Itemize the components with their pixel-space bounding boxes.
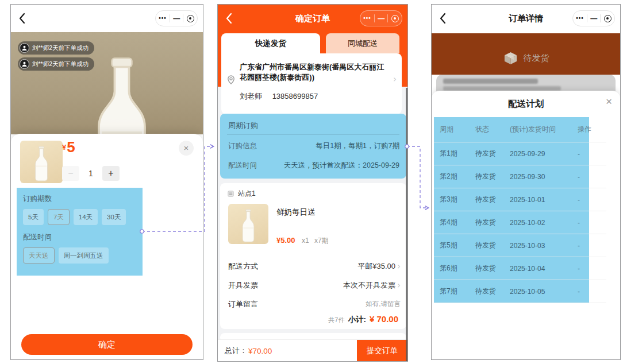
table-cell: - [578,265,606,273]
row-label: 开具发票 [228,280,258,291]
scrollbar[interactable] [406,88,407,361]
price-value: 5 [67,140,75,154]
table-row: 第1期 待发货 2025-09-29 - [434,142,606,165]
total-row: 总计： ¥70.00 [225,340,272,362]
row-value: 平邮¥35.00 [357,261,395,272]
total-amount: ¥70.00 [248,347,272,355]
subscription-options-panel: 订购期数 5天 7天 14天 30天 配送时间 天天送 周一到周五送 [17,188,143,276]
delivery-option-daily[interactable]: 天天送 [23,247,55,264]
divider [227,134,399,135]
subscription-title: 周期订购 [228,121,258,131]
blurred-text [443,86,561,91]
blurred-text [443,79,538,84]
delivery-plan-modal: 配送计划 × 周期 状态 (预计)发货时间 操作 第1期 待发货 2025-09… [432,91,620,359]
table-cell: 2025-10-03 [510,242,578,250]
period-option-30d[interactable]: 30天 [102,209,126,225]
product-thumbnail [228,204,268,244]
store-icon [227,190,234,198]
table-row: 第4期 待发货 2025-10-02 - [434,211,606,234]
wx-capsule: ••• — [360,10,402,26]
product-photo: 刘**师2天前下单成功 刘**师2天前下单成功 [11,32,203,134]
period-option-14d[interactable]: 14天 [74,209,98,225]
table-cell: 第4期 [440,218,475,227]
row-label: 配送方式 [228,261,258,272]
capsule-divider [183,14,183,22]
close-icon[interactable]: × [606,96,612,107]
milk-bottle-image [30,145,53,183]
table-cell: 第1期 [440,149,475,158]
order-status: 待发货 [524,53,549,64]
chevron-right-icon: › [393,74,397,84]
phone-product-detail: ••• — 刘**师2天前下单成功 刘**师2天前下单成功 ¥ [10,4,203,360]
status-banner: 待发货 [432,33,620,75]
left-nav-bar: ••• — [11,5,203,32]
period-option-7d[interactable]: 7天 [48,209,70,225]
row-label: 订单留言 [228,299,258,309]
subtotal-label: 小计: [348,315,366,325]
exit-target-icon[interactable] [604,15,612,22]
decrease-button[interactable]: − [62,166,79,181]
table-row: 第2期 待发货 2025-09-30 - [434,165,606,188]
store-row: 站点1 [227,189,256,199]
subscription-card: 周期订购 订购信息 每日1期，每期1，订购7期 配送时间 天天送，预计首次配送：… [220,114,406,179]
submit-order-button[interactable]: 提交订单 [357,340,407,361]
minimize-icon[interactable]: — [378,15,384,22]
table-cell: - [578,288,606,296]
invoice-row[interactable]: 开具发票 本次不开具发票› [228,276,401,295]
store-name: 站点1 [238,189,256,199]
period-option-5d[interactable]: 5天 [23,209,44,225]
row-value: 天天送，预计首次配送：2025-09-29 [284,161,399,171]
row-label: 配送时间 [228,161,257,171]
delivery-time-row: 配送时间 天天送，预计首次配送：2025-09-29 [228,161,399,171]
delivery-method-row[interactable]: 配送方式 平邮¥35.00› [228,257,401,276]
plan-table: 周期 状态 (预计)发货时间 操作 第1期 待发货 2025-09-29 - 第… [434,117,606,303]
row-value: 每日1期，每期1，订购7期 [316,141,399,151]
delivery-option-weekdays[interactable]: 周一到周五送 [59,247,109,264]
table-cell: 待发货 [475,241,510,250]
table-cell: 待发货 [475,149,510,158]
more-icon[interactable]: ••• [576,16,584,21]
receiver-phone: 13858699857 [272,92,318,100]
table-cell: 待发货 [475,195,510,204]
modal-title: 配送计划 [432,98,620,110]
minimize-icon[interactable]: — [173,15,180,22]
more-icon[interactable]: ••• [159,16,167,21]
table-header-row: 周期 状态 (预计)发货时间 操作 [434,117,606,142]
capsule-divider [587,14,587,22]
product-price-row: ¥5.00 x1 x7期 [276,236,332,246]
header-cell: 状态 [475,125,510,134]
order-toast: 刘**师2天前下单成功 [18,41,94,55]
tab-local-delivery[interactable]: 同城配送 [326,33,399,53]
exit-target-icon[interactable] [187,15,194,22]
table-cell: 待发货 [475,264,510,273]
order-note-row[interactable]: 订单留言 如有,请留言 [228,295,401,313]
table-cell: 2025-10-01 [510,196,578,204]
capsule-divider [600,14,601,22]
table-cell: 第5期 [440,241,475,250]
exit-target-icon[interactable] [391,15,399,22]
table-row: 第3期 待发货 2025-10-01 - [434,188,606,211]
order-items-card: 站点1 鲜奶每日送 ¥5.00 x1 x7期 配送方式 平邮¥35.00› 开具… [220,183,406,329]
table-cell: - [578,242,606,250]
product-qty: x1 [302,237,309,245]
package-icon [503,51,518,66]
table-cell: 2025-10-04 [510,265,578,273]
header-cell: 操作 [578,125,606,134]
product-periods: x7期 [314,237,329,245]
minimize-icon[interactable]: — [590,15,597,22]
product-thumbnail [20,141,63,183]
subtotal-amount: ¥ 70.00 [370,314,398,324]
checkout-footer: 总计： ¥70.00 提交订单 [218,339,407,361]
mid-nav-bar: 确定订单 ••• — [218,5,407,32]
address-card[interactable]: 广东省广州市番禺区新泰街(番禺区大石丽江花园丽荃楼(新泰街西)) 刘老师 138… [221,53,402,115]
receiver-row: 刘老师 13858699857 [240,91,318,102]
table-cell: - [578,150,606,158]
confirm-button[interactable]: 确定 [21,334,193,355]
back-icon[interactable] [18,13,25,24]
table-cell: - [578,196,606,204]
tab-express-shipping[interactable]: 快递发货 [221,33,320,53]
header-cell: (预计)发货时间 [510,125,578,134]
increase-button[interactable]: + [102,166,120,181]
more-icon[interactable]: ••• [363,16,371,21]
close-icon[interactable]: × [179,141,194,156]
